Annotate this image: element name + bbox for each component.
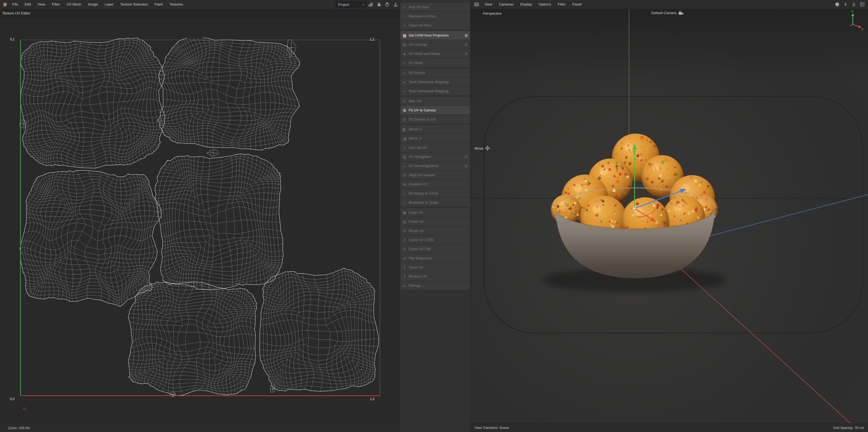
- command-uv-weld[interactable]: ◇UV Weld: [400, 58, 470, 67]
- menu-paint[interactable]: Paint: [151, 0, 166, 9]
- command-label: Start Interactive Mapping: [409, 80, 449, 84]
- command-label: Paste UV: [409, 220, 424, 224]
- gear-icon[interactable]: ⚙: [464, 42, 468, 47]
- viewport-menubar: ViewCamerasDisplayOptionsFilterPanel: [471, 0, 868, 9]
- command-copy-uv-icon: ▣: [400, 210, 409, 215]
- command-flip-sequence[interactable]: ⇄Flip Sequence: [400, 254, 470, 262]
- menu-textures[interactable]: Textures: [166, 0, 186, 9]
- uv-corner-top-right: 1,1: [370, 37, 375, 41]
- panel-menu-icon[interactable]: [474, 3, 479, 6]
- texture-uv-editor-tab[interactable]: Texture UV Editor: [2, 11, 30, 15]
- menu-texture-selection[interactable]: Texture Selection: [117, 0, 151, 9]
- gear-icon[interactable]: ⚙: [464, 164, 468, 168]
- command-boundary-to-circle[interactable]: ○Boundary to Circle: [400, 189, 470, 198]
- menu-file[interactable]: File: [9, 0, 21, 9]
- command-cycle-uv-cw[interactable]: ↻Cycle UV CW: [400, 245, 470, 253]
- layout-grid-icon[interactable]: [858, 1, 866, 8]
- arrow-down-icon[interactable]: [841, 1, 850, 8]
- command-uv-straighten-icon: ▥: [400, 154, 409, 159]
- menu-view[interactable]: View: [34, 0, 49, 9]
- command-unstitch-uv[interactable]: ⋈Unstitch UV: [400, 180, 470, 189]
- command-set-uvw-from-projection[interactable]: ▦Set UVW from Projection⚙: [400, 31, 470, 40]
- move-tool-text: Move: [474, 146, 484, 150]
- lock-icon[interactable]: [375, 1, 383, 8]
- viewport-statusbar: View Transform: Scene Grid Spacing : 50 …: [471, 424, 868, 432]
- command-mirror-v-icon: ◨: [400, 136, 409, 141]
- viewport-menu-items: ViewCamerasDisplayOptionsFilterPanel: [481, 0, 585, 9]
- command-cycle-uv-ccw[interactable]: ↺Cycle UV CCW: [400, 235, 470, 244]
- command-mirror-u[interactable]: ◧Mirror U: [400, 125, 470, 134]
- menu-layer[interactable]: Layer: [101, 0, 117, 9]
- viewport-menu-display[interactable]: Display: [517, 0, 535, 9]
- menu-edit[interactable]: Edit: [21, 0, 34, 9]
- command-max-uv[interactable]: ⊡Max UV: [400, 97, 470, 105]
- command-uv-rectangularize[interactable]: ▭UV Rectangularize⚙: [400, 162, 470, 170]
- menu-image[interactable]: Image: [85, 0, 101, 9]
- command-add-uv-pins[interactable]: +Add UV Pins: [400, 3, 470, 11]
- command-label: Boundary to Circle: [409, 191, 438, 195]
- command-label: UV Weld: [409, 61, 423, 65]
- gear-icon[interactable]: ⚙: [464, 33, 468, 38]
- command-restore-uv[interactable]: ↥Restore UV: [400, 272, 470, 281]
- command-fit-uv-to-canvas[interactable]: ⊞Fit UV to Canvas: [400, 106, 470, 114]
- command-uv-unwrap[interactable]: ▤UV Unwrap⚙: [400, 40, 470, 49]
- command-store-uv[interactable]: ↧Store UV: [400, 263, 470, 271]
- menu-uv-mesh[interactable]: UV Mesh: [63, 0, 85, 9]
- command-copy-uv[interactable]: ▣Copy UV: [400, 208, 470, 217]
- camera-label[interactable]: Default Camera: [651, 11, 684, 15]
- command-stop-interactive-mapping[interactable]: ▪Stop Interactive Mapping: [400, 87, 470, 95]
- viewport-menubar-icons: [833, 1, 868, 8]
- command-label: Store UV: [409, 265, 423, 269]
- chevron-down-icon: ▾: [363, 3, 364, 6]
- view-label[interactable]: Perspective: [483, 11, 502, 16]
- command-line-up-uv[interactable]: ≡Line Up UV: [400, 143, 470, 152]
- uv-canvas[interactable]: 0,1 1,1 0,0 1,0 U: [0, 18, 400, 424]
- command-clear-uv-pins[interactable]: ×Clear UV Pins: [400, 21, 470, 30]
- hand-icon[interactable]: [383, 1, 392, 8]
- shaded-sphere-icon[interactable]: [833, 1, 841, 8]
- arrow-down-line-icon[interactable]: [850, 1, 858, 8]
- viewport-menu-options[interactable]: Options: [535, 0, 554, 9]
- gear-icon[interactable]: ⚙: [464, 52, 468, 56]
- viewport-menu-cameras[interactable]: Cameras: [496, 0, 517, 9]
- bodypaint-logo-icon[interactable]: [2, 2, 8, 7]
- command-line-up-uv-icon: ≡: [400, 145, 409, 150]
- command-fit-canvas-to-uv[interactable]: ⊟Fit Canvas to UV: [400, 115, 470, 123]
- menu-filter[interactable]: Filter: [49, 0, 63, 9]
- command-remove-uv-pins[interactable]: −Remove UV Pins: [400, 12, 470, 21]
- uv-wireframe-canvas[interactable]: [0, 18, 400, 424]
- command-uv-peeler[interactable]: ▱UV Peeler: [400, 68, 470, 77]
- command-uv-straighten[interactable]: ▥UV Straighten⚙: [400, 152, 470, 161]
- zoom-status: Zoom: 259.0%: [8, 426, 30, 430]
- viewport-menu-panel[interactable]: Panel: [569, 0, 585, 9]
- camera-icon: [678, 11, 684, 15]
- command-label: Cycle UV CCW: [409, 238, 433, 242]
- svg-text:Y: Y: [851, 9, 854, 13]
- uv-corner-top-left: 0,1: [10, 37, 15, 41]
- command-mirror-v[interactable]: ◨Mirror V: [400, 134, 470, 143]
- project-dropdown[interactable]: Project ▾: [336, 1, 367, 7]
- uv-command-panel: +Add UV Pins−Remove UV Pins×Clear UV Pin…: [400, 0, 471, 432]
- command-set-uvw-from-projection-icon: ▦: [400, 33, 409, 38]
- viewport-menu-filter[interactable]: Filter: [554, 0, 569, 9]
- svg-text:X: X: [861, 27, 864, 31]
- command-label: Fit UV to Canvas: [409, 108, 436, 112]
- command-start-interactive-mapping[interactable]: ▸Start Interactive Mapping: [400, 78, 470, 86]
- command-label: UV Peeler: [409, 71, 425, 75]
- command-uv-weld-and-relax[interactable]: ◈UV Weld and Relax⚙: [400, 49, 470, 58]
- view-transform-status: View Transform: Scene: [474, 426, 509, 430]
- command-boundary-to-quad[interactable]: □Boundary to Quad: [400, 198, 470, 207]
- command-label: Mirror U: [409, 127, 422, 131]
- histogram-icon[interactable]: [367, 1, 375, 8]
- command-clear-uv-pins-icon: ×: [400, 23, 409, 28]
- command-reset-uv[interactable]: ⊘Reset UV: [400, 226, 470, 235]
- command-remap[interactable]: ↦Remap...: [400, 281, 470, 290]
- command-fit-canvas-to-uv-icon: ⊟: [400, 117, 409, 122]
- gear-icon[interactable]: ⚙: [464, 154, 468, 159]
- command-paste-uv[interactable]: ▤Paste UV: [400, 217, 470, 226]
- command-align-uv-islands[interactable]: ≣Align UV Islands: [400, 171, 470, 179]
- download-arrow-icon[interactable]: [392, 1, 400, 8]
- viewport-canvas[interactable]: [471, 9, 868, 424]
- viewport-menu-view[interactable]: View: [481, 0, 496, 9]
- command-add-uv-pins-icon: +: [400, 5, 409, 9]
